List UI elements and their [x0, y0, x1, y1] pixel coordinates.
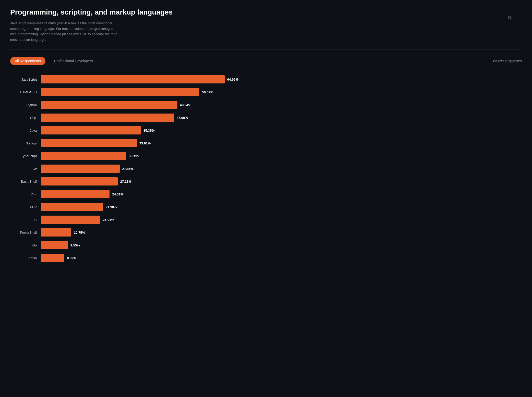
- filter-tabs: All Respondents Professional Developers: [10, 57, 98, 65]
- chart-row: C++24.31%: [10, 190, 522, 198]
- bar-wrapper: 56.07%: [41, 88, 522, 96]
- chart-row: Bash/Shell27.13%: [10, 177, 522, 185]
- chart-row: Kotlin8.32%: [10, 254, 522, 262]
- bar-value: 64.96%: [227, 78, 238, 81]
- bar-value: 8.32%: [67, 256, 76, 260]
- bar-label: Java: [10, 129, 41, 132]
- bar-wrapper: 47.08%: [41, 114, 522, 122]
- bar-fill: [41, 216, 100, 224]
- bar-wrapper: 24.31%: [41, 190, 522, 198]
- bar-wrapper: 21.98%: [41, 203, 522, 211]
- chart-row: JavaScript64.96%: [10, 75, 522, 83]
- bar-wrapper: 27.13%: [41, 177, 522, 185]
- bar-fill: [41, 228, 71, 237]
- chart-row: HTML/CSS56.07%: [10, 88, 522, 96]
- bar-fill: [41, 139, 137, 147]
- bar-wrapper: 64.96%: [41, 75, 522, 83]
- bar-fill: [41, 241, 68, 249]
- bar-wrapper: 27.86%: [41, 165, 522, 173]
- bar-label: Kotlin: [10, 256, 41, 260]
- bar-label: C++: [10, 192, 41, 196]
- bar-label: JavaScript: [10, 78, 41, 81]
- bar-wrapper: 10.75%: [41, 228, 522, 237]
- bar-value: 21.98%: [106, 205, 117, 209]
- bar-label: C: [10, 218, 41, 222]
- bar-value: 47.08%: [177, 116, 188, 120]
- bar-label: PHP: [10, 205, 41, 209]
- chart-row: C#27.86%: [10, 165, 522, 173]
- bar-label: SQL: [10, 116, 41, 120]
- bar-value: 27.86%: [122, 167, 134, 171]
- bar-fill: [41, 203, 103, 211]
- page-description: JavaScript completes its ninth year in a…: [10, 20, 117, 42]
- bar-wrapper: 9.55%: [41, 241, 522, 249]
- chart-container: JavaScript64.96%HTML/CSS56.07%Python48.2…: [10, 75, 522, 262]
- bar-fill: [41, 88, 199, 96]
- bar-label: TypeScript: [10, 154, 41, 158]
- bar-fill: [41, 190, 110, 198]
- section-divider: [10, 49, 522, 50]
- bar-label: Node.js: [10, 141, 41, 145]
- chart-row: PHP21.98%: [10, 203, 522, 211]
- bar-label: Bash/Shell: [10, 180, 41, 183]
- bar-wrapper: 8.32%: [41, 254, 522, 262]
- bar-wrapper: 33.91%: [41, 139, 522, 147]
- bar-label: Python: [10, 103, 41, 107]
- bar-fill: [41, 165, 120, 173]
- responses-label: responses: [505, 59, 522, 63]
- bar-fill: [41, 177, 118, 185]
- bar-label: PowerShell: [10, 231, 41, 234]
- link-icon[interactable]: ⧉: [508, 15, 512, 21]
- bar-wrapper: 21.01%: [41, 216, 522, 224]
- responses-number: 83,052: [493, 59, 504, 63]
- bar-value: 48.24%: [180, 103, 191, 107]
- bar-wrapper: 35.35%: [41, 126, 522, 134]
- bar-fill: [41, 254, 64, 262]
- tab-all-respondents[interactable]: All Respondents: [10, 57, 45, 65]
- chart-row: Java35.35%: [10, 126, 522, 134]
- bar-label: Go: [10, 243, 41, 247]
- bar-wrapper: 48.24%: [41, 101, 522, 109]
- bar-value: 21.01%: [103, 218, 114, 222]
- chart-row: Python48.24%: [10, 101, 522, 109]
- bar-fill: [41, 75, 225, 83]
- chart-row: Node.js33.91%: [10, 139, 522, 147]
- bar-label: C#: [10, 167, 41, 171]
- bar-value: 30.19%: [129, 154, 140, 158]
- bar-value: 56.07%: [202, 90, 213, 94]
- filter-bar: All Respondents Professional Developers …: [10, 57, 522, 65]
- bar-value: 33.91%: [139, 141, 151, 145]
- bar-value: 24.31%: [112, 192, 123, 196]
- bar-label: HTML/CSS: [10, 90, 41, 94]
- chart-row: PowerShell10.75%: [10, 228, 522, 237]
- bar-value: 27.13%: [120, 180, 131, 183]
- bar-fill: [41, 114, 174, 122]
- bar-fill: [41, 152, 126, 160]
- bar-wrapper: 30.19%: [41, 152, 522, 160]
- chart-row: Go9.55%: [10, 241, 522, 249]
- chart-row: C21.01%: [10, 216, 522, 224]
- bar-value: 10.75%: [74, 231, 85, 234]
- bar-fill: [41, 101, 177, 109]
- chart-row: SQL47.08%: [10, 114, 522, 122]
- chart-row: TypeScript30.19%: [10, 152, 522, 160]
- responses-count: 83,052 responses: [493, 59, 522, 63]
- bar-fill: [41, 126, 141, 134]
- bar-value: 35.35%: [143, 129, 155, 132]
- bar-value: 9.55%: [70, 243, 80, 247]
- page-header: Programming, scripting, and markup langu…: [10, 8, 522, 42]
- tab-professional-developers[interactable]: Professional Developers: [50, 57, 98, 65]
- page-title: Programming, scripting, and markup langu…: [10, 8, 522, 16]
